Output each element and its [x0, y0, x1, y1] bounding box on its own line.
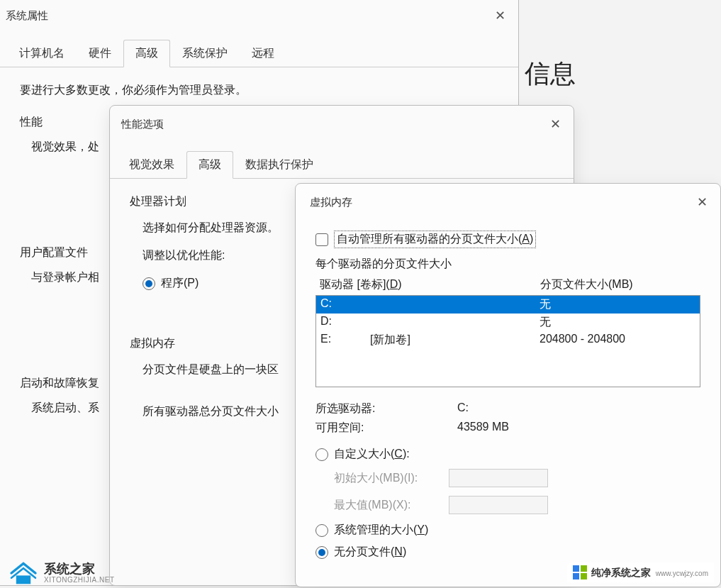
svg-rect-4 — [581, 573, 587, 579]
radio-custom-size-label: 自定义大小(C): — [334, 447, 410, 462]
checkbox-auto-manage[interactable] — [315, 233, 328, 246]
tab-system-protection[interactable]: 系统保护 — [170, 40, 240, 67]
window-title: 虚拟内存 — [310, 196, 352, 209]
drive-list-header: 驱动器 [卷标](D) 分页文件大小(MB) — [315, 277, 700, 295]
tab-remote[interactable]: 远程 — [240, 40, 286, 67]
tabs: 计算机名 硬件 高级 系统保护 远程 — [0, 40, 518, 67]
tabs: 视觉效果 高级 数据执行保护 — [110, 151, 574, 179]
radio-system-managed[interactable] — [315, 524, 328, 537]
close-icon[interactable]: ✕ — [691, 191, 713, 213]
window-title: 性能选项 — [121, 118, 164, 131]
watermark-right: 纯净系统之家 www.ycwjzy.com — [567, 562, 714, 582]
intro-text: 要进行大多数更改，你必须作为管理员登录。 — [20, 83, 498, 98]
svg-rect-0 — [16, 575, 30, 584]
window-title: 系统属性 — [6, 9, 48, 23]
max-size-input[interactable] — [449, 496, 548, 514]
drive-row[interactable]: E: [新加卷] 204800 - 204800 — [316, 331, 700, 349]
tab-hardware[interactable]: 硬件 — [77, 40, 123, 67]
tab-advanced[interactable]: 高级 — [123, 40, 170, 67]
available-space-label: 可用空间: — [315, 421, 457, 436]
window-body: 自动管理所有驱动器的分页文件大小(A) 每个驱动器的分页文件大小 驱动器 [卷标… — [296, 221, 720, 577]
titlebar: 虚拟内存 ✕ — [296, 184, 720, 221]
available-space-value: 43589 MB — [457, 421, 700, 436]
selected-drive-value: C: — [457, 401, 700, 416]
drive-label — [370, 315, 540, 330]
watermark-domain: www.ycwjzy.com — [656, 570, 708, 577]
tab-dep[interactable]: 数据执行保护 — [233, 151, 325, 179]
house-icon — [9, 561, 38, 585]
background-heading: 信息 — [525, 57, 576, 91]
svg-rect-3 — [573, 573, 579, 579]
tab-advanced[interactable]: 高级 — [186, 151, 233, 179]
tab-computer-name[interactable]: 计算机名 — [7, 40, 77, 67]
watermark-left: 系统之家 XITONGZHIJIA.NET — [9, 561, 115, 585]
watermark-domain: XITONGZHIJIA.NET — [44, 576, 115, 584]
drive-label: [新加卷] — [370, 333, 540, 348]
col-size: 分页文件大小(MB) — [540, 277, 696, 292]
radio-programs[interactable] — [142, 277, 155, 290]
drive-letter: D: — [320, 315, 370, 330]
radio-no-paging[interactable] — [315, 546, 328, 559]
radio-programs-label: 程序(P) — [161, 276, 199, 291]
drive-letter: E: — [320, 333, 370, 348]
selected-drive-label: 所选驱动器: — [315, 401, 457, 416]
drive-size: 无 — [540, 315, 695, 330]
initial-size-input[interactable] — [449, 469, 548, 487]
close-icon[interactable]: ✕ — [488, 4, 511, 27]
drive-row[interactable]: D: 无 — [316, 314, 700, 331]
windows-icon — [573, 565, 587, 579]
close-icon[interactable]: ✕ — [544, 113, 566, 135]
svg-rect-2 — [581, 565, 587, 572]
titlebar: 系统属性 ✕ — [0, 0, 518, 31]
drive-row[interactable]: C: 无 — [316, 296, 700, 314]
initial-size-label: 初始大小(MB)(I): — [334, 471, 440, 486]
radio-no-paging-label: 无分页文件(N) — [334, 545, 406, 560]
max-size-label: 最大值(MB)(X): — [334, 498, 440, 513]
per-drive-label: 每个驱动器的分页文件大小 — [315, 257, 700, 272]
virtual-memory-window: 虚拟内存 ✕ 自动管理所有驱动器的分页文件大小(A) 每个驱动器的分页文件大小 … — [295, 183, 721, 587]
tab-visual-effects[interactable]: 视觉效果 — [117, 151, 186, 179]
radio-system-managed-label: 系统管理的大小(Y) — [334, 523, 428, 538]
titlebar: 性能选项 ✕ — [110, 106, 574, 143]
col-drive: 驱动器 [卷标](D) — [320, 277, 402, 292]
drive-label — [370, 297, 540, 312]
drive-size: 无 — [540, 297, 695, 312]
drive-letter: C: — [320, 297, 370, 312]
drive-size: 204800 - 204800 — [540, 333, 695, 348]
svg-rect-1 — [573, 565, 579, 572]
drive-list[interactable]: C: 无 D: 无 E: [新加卷] 204800 - 204800 — [315, 295, 700, 387]
watermark-name: 纯净系统之家 — [591, 567, 651, 578]
radio-custom-size[interactable] — [315, 448, 328, 461]
checkbox-auto-manage-label: 自动管理所有驱动器的分页文件大小(A) — [334, 231, 536, 248]
watermark-name: 系统之家 — [44, 562, 115, 577]
